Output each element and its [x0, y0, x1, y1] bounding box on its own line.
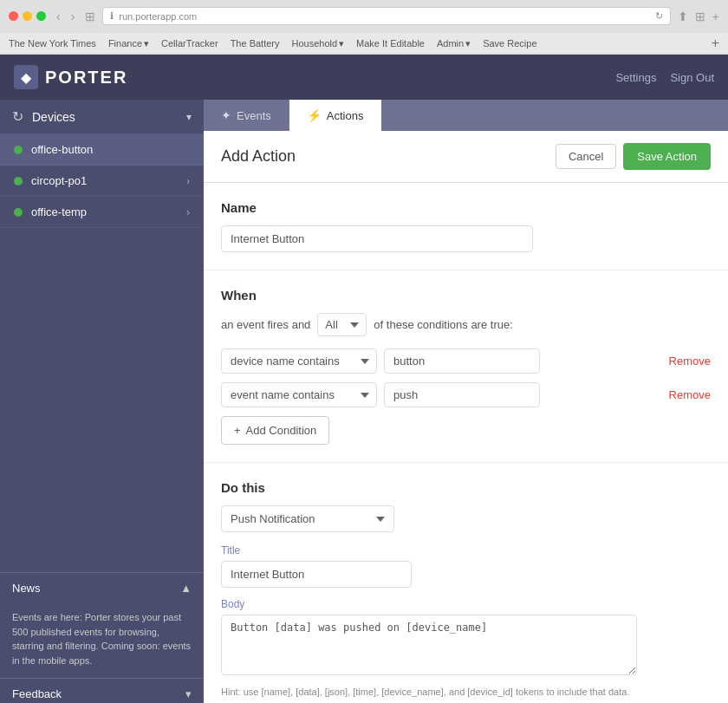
- signout-link[interactable]: Sign Out: [670, 71, 714, 84]
- tab-actions-label: Actions: [327, 109, 364, 122]
- do-this-title: Do this: [221, 480, 711, 495]
- app-container: ◆ PORTER Settings Sign Out ↻ Devices ▾ o…: [0, 55, 728, 703]
- sidebar-item-office-temp[interactable]: office-temp ›: [0, 197, 204, 228]
- name-input[interactable]: [221, 225, 533, 252]
- plus-icon: +: [234, 424, 241, 437]
- sidebar: ↻ Devices ▾ office-button circopt-po1 › …: [0, 100, 204, 703]
- logo-icon: ◆: [14, 65, 38, 89]
- logo-area: ◆ PORTER: [14, 65, 615, 89]
- device-status-dot: [14, 177, 23, 186]
- sidebar-item-label: circopt-po1: [31, 174, 87, 187]
- logo-text: PORTER: [45, 68, 127, 88]
- news-header[interactable]: News ▲: [0, 573, 204, 603]
- chevron-right-icon: ›: [186, 206, 190, 218]
- tab-events[interactable]: ✦ Events: [204, 100, 289, 131]
- chevron-right-icon: ›: [186, 175, 190, 187]
- hint-text: Hint: use [name], [data], [json], [time]…: [221, 685, 706, 703]
- events-icon: ✦: [221, 108, 231, 122]
- url-text: run.porterapp.com: [119, 11, 197, 22]
- chevron-down-icon: ▾: [186, 111, 192, 123]
- feedback-section[interactable]: Feedback ▾: [0, 678, 204, 703]
- bookmark-cellartracker[interactable]: CellarTracker: [161, 38, 218, 49]
- bookmark-admin[interactable]: Admin ▾: [437, 38, 471, 49]
- close-button[interactable]: [9, 11, 18, 21]
- sidebar-item-office-button[interactable]: office-button: [0, 134, 204, 166]
- hint-line1: Hint: use [name], [data], [json], [time]…: [221, 687, 629, 697]
- body-textarea[interactable]: Button [data] was pushed on [device_name…: [221, 615, 637, 675]
- save-action-button[interactable]: Save Action: [623, 143, 711, 170]
- condition-value-input-1[interactable]: [384, 348, 540, 374]
- condition-row: device name contains event name contains…: [221, 348, 711, 374]
- page-header: Add Action Cancel Save Action: [204, 131, 728, 183]
- sidebar-item-circopt-po1[interactable]: circopt-po1 ›: [0, 166, 204, 197]
- tab-bar: ✦ Events ⚡ Actions: [204, 100, 728, 131]
- forward-button[interactable]: ›: [68, 8, 79, 25]
- new-tab-icon[interactable]: ⊞: [695, 10, 705, 23]
- sidebar-spacer: [0, 228, 204, 572]
- tab-events-label: Events: [237, 109, 271, 122]
- when-section: When an event fires and All Any of these…: [204, 270, 728, 463]
- bookmark-makeiteditable[interactable]: Make It Editable: [356, 38, 425, 49]
- device-status-dot: [14, 208, 23, 217]
- bookmark-household[interactable]: Household ▾: [291, 38, 344, 49]
- news-content: Events are here: Porter stores your past…: [0, 603, 204, 678]
- fullscreen-button[interactable]: [36, 11, 46, 21]
- when-suffix-text: of these conditions are true:: [374, 318, 512, 331]
- do-this-select[interactable]: Push Notification Webhook IFTTT: [221, 505, 394, 532]
- bookmark-nytimes[interactable]: The New York Times: [9, 38, 96, 49]
- news-section: News ▲ Events are here: Porter stores yo…: [0, 572, 204, 678]
- sidebar-header[interactable]: ↻ Devices ▾: [0, 100, 204, 134]
- sidebar-item-label: office-button: [31, 143, 93, 156]
- add-tab-button[interactable]: +: [712, 10, 719, 23]
- titlebar: ‹ › ⊞ ℹ run.porterapp.com ↻ ⬆ ⊞ +: [0, 0, 728, 32]
- add-condition-button[interactable]: + Add Condition: [221, 416, 329, 445]
- add-condition-label: Add Condition: [246, 424, 317, 437]
- settings-link[interactable]: Settings: [615, 71, 656, 84]
- add-bookmark-button[interactable]: +: [712, 36, 719, 51]
- chevron-down-icon: ▾: [185, 687, 192, 700]
- bookmark-saverecipe[interactable]: Save Recipe: [483, 38, 536, 49]
- top-nav-actions: Settings Sign Out: [615, 71, 714, 84]
- content-area: ✦ Events ⚡ Actions Add Action Cancel Sav…: [204, 100, 728, 703]
- when-prefix-text: an event fires and: [221, 318, 310, 331]
- remove-condition-link-1[interactable]: Remove: [669, 355, 711, 368]
- info-icon: ℹ: [110, 10, 114, 22]
- when-all-select[interactable]: All Any: [317, 313, 367, 336]
- news-label: News: [12, 582, 180, 595]
- body-field-label: Body: [221, 598, 711, 610]
- main-layout: ↻ Devices ▾ office-button circopt-po1 › …: [0, 100, 728, 703]
- name-section-title: Name: [221, 200, 711, 215]
- minimize-button[interactable]: [23, 11, 32, 21]
- sidebar-item-label: office-temp: [31, 205, 87, 218]
- do-this-section: Do this Push Notification Webhook IFTTT …: [204, 463, 728, 703]
- top-nav: ◆ PORTER Settings Sign Out: [0, 55, 728, 100]
- condition-value-input-2[interactable]: [384, 382, 540, 407]
- sidebar-header-label: Devices: [32, 110, 75, 124]
- bookmark-finance[interactable]: Finance ▾: [108, 38, 149, 49]
- nav-buttons: ‹ ›: [53, 8, 78, 25]
- actions-icon: ⚡: [307, 108, 322, 122]
- browser-chrome: ‹ › ⊞ ℹ run.porterapp.com ↻ ⬆ ⊞ + The Ne…: [0, 0, 728, 55]
- share-icon[interactable]: ⬆: [678, 10, 688, 23]
- condition-row: event name contains device name contains…: [221, 382, 711, 407]
- news-text: Events are here: Porter stores your past…: [12, 612, 191, 666]
- cancel-button[interactable]: Cancel: [556, 144, 616, 169]
- back-button[interactable]: ‹: [53, 8, 64, 25]
- refresh-icon: ↻: [12, 108, 23, 125]
- title-input[interactable]: [221, 561, 412, 588]
- tab-actions[interactable]: ⚡ Actions: [289, 100, 382, 131]
- condition-type-select-2[interactable]: event name contains device name contains: [221, 382, 377, 407]
- chevron-up-icon: ▲: [180, 582, 192, 595]
- window-button[interactable]: ⊞: [85, 10, 95, 23]
- name-section: Name: [204, 183, 728, 270]
- refresh-icon[interactable]: ↻: [655, 10, 663, 22]
- when-section-title: When: [221, 288, 711, 303]
- condition-type-select-1[interactable]: device name contains event name contains: [221, 348, 377, 374]
- bookmarks-bar: The New York Times Finance ▾ CellarTrack…: [0, 32, 728, 54]
- page-title: Add Action: [221, 147, 556, 166]
- remove-condition-link-2[interactable]: Remove: [669, 388, 711, 401]
- bookmark-battery[interactable]: The Battery: [231, 38, 280, 49]
- traffic-lights: [9, 11, 46, 21]
- address-bar[interactable]: ℹ run.porterapp.com ↻: [102, 7, 670, 25]
- page-content: Add Action Cancel Save Action Name When …: [204, 131, 728, 703]
